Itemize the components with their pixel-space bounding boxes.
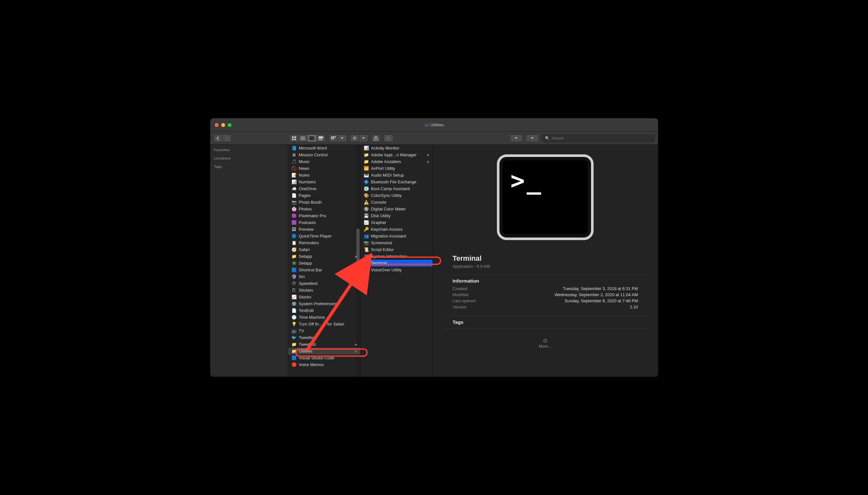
gallery-view-button[interactable]: [317, 134, 326, 142]
list-item[interactable]: 👤VoiceOver Utility: [361, 267, 432, 273]
tags-button[interactable]: [384, 134, 394, 142]
sidebar-section-tags[interactable]: Tags: [214, 165, 284, 169]
forward-button[interactable]: [222, 134, 232, 142]
list-item[interactable]: 🕑Time Machine: [288, 314, 360, 321]
column-view-button[interactable]: [307, 134, 317, 142]
list-item[interactable]: 🔵QuickTime Player: [288, 233, 360, 239]
action-dropdown[interactable]: [359, 134, 368, 142]
nav-buttons: [214, 134, 232, 142]
icon-view-button[interactable]: [289, 134, 299, 142]
sidebar-section-locations[interactable]: Locations: [214, 156, 284, 160]
item-label: Photo Booth: [299, 200, 322, 205]
item-label: Adobe Installers: [371, 159, 401, 164]
dropdown-2[interactable]: [526, 134, 539, 142]
list-item[interactable]: 📋Reminders: [288, 239, 360, 246]
column-applications[interactable]: 📘Microsoft Word🖥Mission Control🎵Music🚫Ne…: [288, 145, 361, 377]
list-item[interactable]: 💻System Information: [361, 253, 432, 260]
list-item[interactable]: 🎨ColorSync Utility: [361, 192, 432, 199]
list-item[interactable]: 🔷Bluetooth File Exchange: [361, 178, 432, 185]
list-item[interactable]: 📺TV: [288, 327, 360, 334]
arrange-button[interactable]: [329, 134, 338, 142]
sidebar-section-favorites[interactable]: Favorites: [214, 148, 284, 152]
list-item[interactable]: 📈Grapher: [361, 219, 432, 226]
info-section-title: Information: [443, 275, 648, 286]
list-item[interactable]: 📄Pages: [288, 192, 360, 199]
app-icon: 📊: [291, 180, 297, 184]
more-label: More…: [443, 344, 648, 349]
list-item[interactable]: 📁Adobe Installers▶: [361, 158, 432, 165]
list-item[interactable]: ⚙️System Preferences: [288, 300, 360, 307]
column-utilities[interactable]: 📊Activity Monitor📁Adobe Appl…n Manager▶📁…: [361, 145, 433, 377]
list-item[interactable]: 👥Migration Assistant: [361, 233, 432, 239]
svg-rect-14: [331, 136, 332, 138]
item-label: Reminders: [299, 240, 319, 245]
app-icon: 🔷: [364, 180, 369, 184]
list-item[interactable]: 📁Tweetbot▶: [288, 341, 360, 348]
list-item[interactable]: ⏱Speedtest: [288, 280, 360, 287]
info-key: Version: [453, 305, 467, 309]
list-item[interactable]: 📄TextEdit: [288, 307, 360, 314]
app-icon: 📷: [291, 200, 297, 205]
close-button[interactable]: [215, 123, 219, 127]
list-item[interactable]: 📶AirPort Utility: [361, 165, 432, 172]
item-label: News: [299, 166, 310, 171]
list-item[interactable]: 💡Turn Off th…ts for Safari: [288, 321, 360, 327]
search-field[interactable]: 🔍: [542, 134, 655, 142]
minimize-button[interactable]: [221, 123, 225, 127]
list-item[interactable]: 🚫News: [288, 165, 360, 172]
list-item[interactable]: 🔑Keychain Access: [361, 226, 432, 233]
list-item[interactable]: ⬛Terminal: [361, 260, 432, 267]
list-item[interactable]: 📷Screenshot: [361, 239, 432, 246]
zoom-button[interactable]: [228, 123, 232, 127]
list-item[interactable]: 📷Photo Booth: [288, 199, 360, 206]
app-icon: 💾: [364, 214, 369, 218]
window-body: Favorites Locations Tags 📘Microsoft Word…: [210, 145, 658, 377]
list-item[interactable]: 💽Boot Camp Assistant: [361, 185, 432, 192]
list-item[interactable]: 🐦Tweetbot: [288, 334, 360, 341]
list-item[interactable]: 📁Setapp▶: [288, 253, 360, 260]
list-item[interactable]: 🌸Photos: [288, 206, 360, 212]
list-item[interactable]: 🖥Mission Control: [288, 152, 360, 158]
action-button[interactable]: ⚙: [350, 134, 359, 142]
list-item[interactable]: ☁️OneDrive: [288, 185, 360, 192]
app-icon: 🟦: [291, 268, 297, 272]
app-icon: 🔴: [291, 362, 297, 367]
list-item[interactable]: 🎹Audio MIDI Setup: [361, 172, 432, 178]
more-block[interactable]: ⊙ More…: [443, 337, 648, 349]
dropdown-1[interactable]: [510, 134, 523, 142]
share-button[interactable]: [371, 134, 381, 142]
list-item[interactable]: 🗒Stickies: [288, 287, 360, 294]
arrange-dropdown[interactable]: [338, 134, 347, 142]
list-item[interactable]: 🧭Safari: [288, 246, 360, 253]
item-label: Shortcut Bar: [299, 268, 322, 272]
list-item[interactable]: ⚠️Console: [361, 199, 432, 206]
list-item[interactable]: 📁Utilities▶: [288, 348, 360, 355]
list-item[interactable]: 📁Adobe Appl…n Manager▶: [361, 152, 432, 158]
back-button[interactable]: [214, 134, 222, 142]
list-item[interactable]: 🟣Pixelmator Pro: [288, 212, 360, 219]
list-item[interactable]: ✳️Setapp: [288, 260, 360, 267]
list-item[interactable]: 🔘Digital Color Meter: [361, 206, 432, 212]
list-item[interactable]: 🔮Siri: [288, 273, 360, 280]
window-title: 🗂 Utilities: [210, 122, 658, 127]
item-label: Notes: [299, 173, 310, 177]
search-input[interactable]: [552, 136, 652, 140]
list-item[interactable]: 📈Stocks: [288, 294, 360, 300]
list-item[interactable]: 📊Numbers: [288, 178, 360, 185]
list-item[interactable]: 📘Microsoft Word: [288, 145, 360, 152]
app-icon: 🟪: [291, 220, 297, 225]
list-item[interactable]: 🎵Music: [288, 158, 360, 165]
list-item[interactable]: 🖼Preview: [288, 226, 360, 233]
list-item[interactable]: 🟦Visual Studio Code: [288, 355, 360, 361]
list-item[interactable]: 📜Script Editor: [361, 246, 432, 253]
titlebar: 🗂 Utilities: [210, 118, 658, 132]
list-item[interactable]: 🟪Podcasts: [288, 219, 360, 226]
info-rows: CreatedTuesday, September 3, 2019 at 6:3…: [443, 286, 648, 310]
item-label: AirPort Utility: [371, 166, 395, 171]
list-item[interactable]: 🔴Voice Memos: [288, 361, 360, 368]
list-item[interactable]: 💾Disk Utility: [361, 212, 432, 219]
list-item[interactable]: 📊Activity Monitor: [361, 145, 432, 152]
list-item[interactable]: 📝Notes: [288, 172, 360, 178]
list-view-button[interactable]: [299, 134, 307, 142]
list-item[interactable]: 🟦Shortcut Bar: [288, 267, 360, 273]
